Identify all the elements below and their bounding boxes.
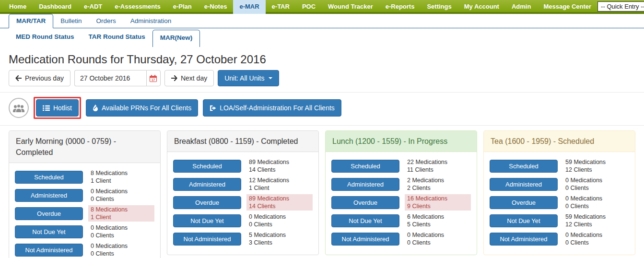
stat-button-administered[interactable]: Administered [15, 189, 83, 202]
tab-administration[interactable]: Administration [123, 14, 179, 28]
available-prns-button[interactable]: Available PRNs For All Clients [86, 99, 198, 117]
people-group-icon [12, 103, 25, 113]
stat-button-not-due-yet[interactable]: Not Due Yet [173, 214, 241, 227]
nav-item-e-notes[interactable]: e-Notes [198, 0, 234, 14]
stat-values: 5 Medications3 Clients [246, 231, 313, 247]
clients-count: 0 Clients [407, 239, 468, 246]
stat-button-not-due-yet[interactable]: Not Due Yet [490, 214, 558, 227]
round-card-title: Early Morning (0000 - 0759) - Completed [9, 131, 160, 163]
next-day-label: Next day [181, 74, 207, 82]
stat-values: 8 Medications1 Client [88, 169, 154, 185]
loa-self-administration-button[interactable]: LOA/Self-Administration For All Clients [203, 99, 341, 117]
nav-item-e-assessments[interactable]: e-Assessments [108, 0, 166, 14]
medications-count: 0 Medications [407, 231, 468, 239]
arrow-left-icon [15, 75, 22, 81]
tab-med-round-status[interactable]: MED Round Status [9, 30, 82, 44]
divider [0, 125, 644, 126]
tab-mar-tar[interactable]: MAR/TAR [9, 14, 53, 28]
unit-dropdown-button[interactable]: Unit: All Units [218, 70, 279, 86]
stat-button-overdue[interactable]: Overdue [331, 196, 399, 209]
stat-values: 59 Medications12 Clients [563, 212, 629, 229]
hotlist-button[interactable]: Hotlist [36, 99, 79, 117]
top-navbar-items: HomeDashboarde-ADTe-Assessmentse-Plane-N… [3, 0, 597, 14]
stat-button-scheduled[interactable]: Scheduled [15, 171, 83, 184]
stat-button-administered[interactable]: Administered [490, 178, 558, 191]
nav-item-dashboard[interactable]: Dashboard [33, 0, 78, 14]
nav-item-poc[interactable]: POC [296, 0, 322, 14]
tab-bulletin[interactable]: Bulletin [53, 14, 89, 28]
nav-item-my-account[interactable]: My Account [458, 0, 505, 14]
round-card-early-morning: Early Morning (0000 - 0759) - CompletedS… [9, 130, 161, 258]
clients-count: 9 Clients [407, 202, 468, 210]
stat-row: Administered0 Medications0 Clients [15, 187, 154, 203]
stat-button-scheduled[interactable]: Scheduled [490, 160, 558, 173]
calendar-picker-button[interactable]: 17 [146, 70, 161, 86]
nav-item-e-reports[interactable]: e-Reports [379, 0, 421, 14]
tab-tar-round-status[interactable]: TAR Round Status [82, 30, 152, 44]
previous-day-button[interactable]: Previous day [9, 70, 70, 86]
next-day-button[interactable]: Next day [164, 70, 214, 86]
page-title: Medication Rounds for Thursday, 27 Octob… [9, 53, 635, 66]
stat-values: 0 Medications0 Clients [405, 231, 471, 247]
tint-icon [93, 105, 98, 111]
clients-count: 1 Client [249, 184, 310, 192]
nav-item-e-mar[interactable]: e-MAR [233, 0, 265, 14]
stat-button-scheduled[interactable]: Scheduled [173, 160, 241, 173]
nav-item-wound-tracker[interactable]: Wound Tracker [322, 0, 379, 14]
clients-count: 0 Clients [91, 232, 152, 239]
stat-button-not-due-yet[interactable]: Not Due Yet [331, 214, 399, 227]
stat-button-administered[interactable]: Administered [173, 178, 241, 191]
stat-values: 0 Medications0 Clients [88, 223, 154, 240]
date-input[interactable] [74, 70, 146, 86]
tab-mar-new[interactable]: MAR(New) [152, 30, 200, 47]
stat-button-scheduled[interactable]: Scheduled [331, 160, 399, 173]
nav-item-settings[interactable]: Settings [421, 0, 457, 14]
clients-group-button[interactable] [9, 98, 29, 118]
medications-count: 59 Medications [565, 158, 627, 166]
stat-row: Scheduled89 Medications14 Clients [173, 158, 313, 174]
medications-count: 2 Medications [407, 176, 468, 184]
round-card-title: Breakfast (0800 - 1159) - Completed [167, 131, 318, 152]
stat-button-overdue[interactable]: Overdue [173, 196, 241, 209]
stat-row: Administered0 Medications0 Clients [490, 176, 629, 192]
medications-count: 8 Medications [91, 169, 152, 177]
date-controls: Previous day 17 Next day Unit: All Units [9, 70, 635, 86]
stat-values: 59 Medications12 Clients [563, 158, 629, 174]
nav-item-e-adt[interactable]: e-ADT [78, 0, 108, 14]
hotlist-annotation-highlight: Hotlist [34, 97, 81, 119]
stat-row: Not Administered0 Medications0 Clients [331, 231, 471, 247]
stat-row: Overdue16 Medications9 Clients [331, 194, 471, 211]
stat-row: Not Administered5 Medications3 Clients [173, 231, 313, 247]
nav-item-e-tar[interactable]: e-TAR [266, 0, 296, 14]
stat-button-not-administered[interactable]: Not Administered [15, 244, 83, 257]
clients-count: 2 Clients [407, 184, 468, 192]
round-card-body: Scheduled8 Medications1 ClientAdminister… [9, 163, 160, 258]
stat-values: 0 Medications0 Clients [88, 187, 154, 203]
clients-count: 1 Client [91, 177, 152, 185]
nav-item-message-center[interactable]: Message Center [537, 0, 597, 14]
tab-orders[interactable]: Orders [89, 14, 123, 28]
quick-entry-select[interactable]: -- Quick Entry -- [597, 1, 644, 12]
stat-values: 22 Medications11 Clients [405, 158, 471, 174]
stat-button-overdue[interactable]: Overdue [15, 207, 83, 220]
stat-values: 89 Medications14 Clients [246, 158, 313, 174]
clients-count: 0 Clients [91, 250, 152, 258]
stat-button-administered[interactable]: Administered [331, 178, 399, 191]
stat-button-not-administered[interactable]: Not Administered [331, 233, 399, 246]
stat-row: Not Administered0 Medications0 Clients [490, 231, 629, 247]
stat-values: 12 Medications1 Client [246, 176, 313, 192]
round-card-title: Tea (1600 - 1959) - Scheduled [484, 131, 635, 152]
stat-button-not-administered[interactable]: Not Administered [490, 233, 558, 246]
nav-item-home[interactable]: Home [3, 0, 33, 14]
round-card-breakfast: Breakfast (0800 - 1159) - CompletedSched… [167, 130, 319, 255]
stat-button-overdue[interactable]: Overdue [490, 196, 558, 209]
nav-item-e-plan[interactable]: e-Plan [167, 0, 198, 14]
clients-count: 14 Clients [249, 202, 310, 210]
stat-values: 6 Medications5 Clients [405, 212, 471, 229]
stat-button-not-due-yet[interactable]: Not Due Yet [15, 225, 83, 238]
medications-count: 8 Medications [91, 206, 152, 213]
stat-row: Not Due Yet0 Medications0 Clients [15, 223, 154, 240]
nav-item-admin[interactable]: Admin [505, 0, 537, 14]
medications-count: 89 Medications [249, 158, 310, 166]
stat-button-not-administered[interactable]: Not Administered [173, 233, 241, 246]
